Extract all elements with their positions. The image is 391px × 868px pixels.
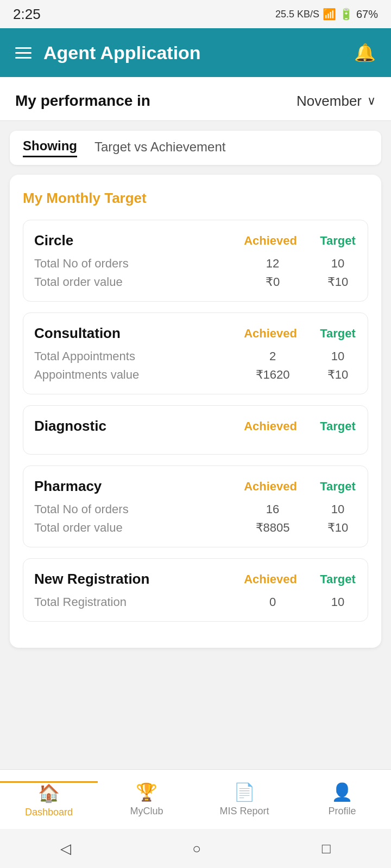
signal-icons: 📶 — [323, 8, 336, 21]
app-title: Agent Application — [43, 42, 201, 63]
consultation-achieved-label: Achieved — [244, 327, 297, 341]
tab-showing[interactable]: Showing — [23, 138, 77, 157]
pharmacy-labels: Achieved Target — [244, 480, 357, 494]
consultation-value-achieved: ₹1620 — [248, 368, 297, 382]
new-registration-section: New Registration Achieved Target Total R… — [23, 558, 368, 622]
pharmacy-row-orders: Total No of orders 16 10 — [34, 502, 357, 516]
tab-row: Showing Target vs Achievement — [10, 131, 381, 165]
performance-label: My performance in — [15, 92, 150, 110]
bottom-nav: 🏠 Dashboard 🏆 MyClub 📄 MIS Report 👤 Prof… — [0, 769, 391, 829]
monthly-target-card: My Monthly Target Circle Achieved Target… — [10, 175, 381, 648]
pharmacy-orders-label: Total No of orders — [34, 502, 248, 516]
nav-item-dashboard[interactable]: 🏠 Dashboard — [0, 781, 98, 818]
pharmacy-row-value: Total order value ₹8805 ₹10 — [34, 521, 357, 535]
new-registration-target-val: 10 — [319, 595, 357, 609]
nav-item-myclub[interactable]: 🏆 MyClub — [98, 782, 195, 817]
circle-value-label: Total order value — [34, 275, 248, 289]
consultation-labels: Achieved Target — [244, 327, 357, 341]
pharmacy-value-label: Total order value — [34, 521, 248, 535]
nav-item-profile[interactable]: 👤 Profile — [293, 782, 391, 817]
consultation-appts-label: Total Appointments — [34, 349, 248, 363]
circle-row-orders: Total No of orders 12 10 — [34, 257, 357, 271]
pharmacy-value-target: ₹10 — [319, 521, 357, 535]
tab-target-vs-achievement[interactable]: Target vs Achievement — [94, 139, 225, 157]
circle-achieved-label: Achieved — [244, 234, 297, 248]
consultation-header: Consultation Achieved Target — [34, 325, 357, 342]
consultation-value-label: Appointments value — [34, 368, 248, 382]
nav-myclub-label: MyClub — [130, 806, 163, 817]
circle-labels: Achieved Target — [244, 234, 357, 248]
mis-report-icon: 📄 — [234, 782, 255, 802]
status-icons: 25.5 KB/S 📶 🔋 67% — [275, 8, 378, 21]
dashboard-icon: 🏠 — [38, 783, 60, 803]
month-label: November — [297, 93, 362, 110]
circle-value-target: ₹10 — [319, 275, 357, 289]
diagnostic-title: Diagnostic — [34, 418, 106, 435]
battery-percent: 67% — [356, 8, 378, 21]
home-button[interactable]: ○ — [192, 840, 201, 857]
circle-title: Circle — [34, 232, 73, 249]
pharmacy-orders-target: 10 — [319, 502, 357, 516]
new-registration-target-label: Target — [319, 572, 357, 586]
diagnostic-header: Diagnostic Achieved Target — [34, 418, 357, 435]
pharmacy-achieved-label: Achieved — [244, 480, 297, 494]
consultation-row-value: Appointments value ₹1620 ₹10 — [34, 368, 357, 382]
circle-orders-target: 10 — [319, 257, 357, 271]
consultation-title: Consultation — [34, 325, 121, 342]
nav-dashboard-label: Dashboard — [25, 807, 73, 818]
profile-icon: 👤 — [331, 782, 353, 802]
header-left: Agent Application — [15, 42, 201, 63]
circle-value-achieved: ₹0 — [248, 275, 297, 289]
nav-item-mis-report[interactable]: 📄 MIS Report — [195, 782, 293, 817]
consultation-target-label: Target — [319, 327, 357, 341]
hamburger-menu-icon[interactable] — [15, 47, 31, 59]
status-bar: 2:25 25.5 KB/S 📶 🔋 67% — [0, 0, 391, 28]
app-header: Agent Application 🔔 — [0, 28, 391, 77]
network-speed: 25.5 KB/S — [275, 9, 319, 20]
pharmacy-target-label: Target — [319, 480, 357, 494]
myclub-icon: 🏆 — [136, 782, 157, 802]
new-registration-title: New Registration — [34, 571, 149, 588]
back-button[interactable]: ◁ — [60, 840, 71, 857]
monthly-target-title: My Monthly Target — [23, 190, 368, 207]
notification-bell-icon[interactable]: 🔔 — [354, 42, 376, 63]
performance-header: My performance in November ∨ — [0, 77, 391, 121]
new-registration-row: Total Registration 0 10 — [34, 595, 357, 609]
pharmacy-orders-achieved: 16 — [248, 502, 297, 516]
circle-row-value: Total order value ₹0 ₹10 — [34, 275, 357, 289]
diagnostic-target-label: Target — [319, 419, 357, 433]
consultation-appts-target: 10 — [319, 349, 357, 363]
diagnostic-achieved-label: Achieved — [244, 419, 297, 433]
battery-icon: 🔋 — [339, 8, 353, 21]
pharmacy-header: Pharmacy Achieved Target — [34, 478, 357, 495]
system-nav: ◁ ○ □ — [0, 829, 391, 868]
new-registration-header: New Registration Achieved Target — [34, 571, 357, 588]
circle-orders-achieved: 12 — [248, 257, 297, 271]
new-registration-achieved-val: 0 — [248, 595, 297, 609]
consultation-appts-achieved: 2 — [248, 349, 297, 363]
consultation-section: Consultation Achieved Target Total Appoi… — [23, 312, 368, 394]
circle-target-label: Target — [319, 234, 357, 248]
consultation-value-target: ₹10 — [319, 368, 357, 382]
status-time: 2:25 — [13, 6, 41, 23]
consultation-row-appointments: Total Appointments 2 10 — [34, 349, 357, 363]
diagnostic-labels: Achieved Target — [244, 419, 357, 433]
nav-profile-label: Profile — [328, 806, 356, 817]
circle-header: Circle Achieved Target — [34, 232, 357, 249]
new-registration-row-label: Total Registration — [34, 595, 248, 609]
nav-mis-report-label: MIS Report — [219, 806, 269, 817]
circle-section: Circle Achieved Target Total No of order… — [23, 220, 368, 302]
pharmacy-value-achieved: ₹8805 — [248, 521, 297, 535]
diagnostic-section: Diagnostic Achieved Target — [23, 405, 368, 455]
new-registration-labels: Achieved Target — [244, 572, 357, 586]
circle-orders-label: Total No of orders — [34, 257, 248, 271]
pharmacy-title: Pharmacy — [34, 478, 102, 495]
pharmacy-section: Pharmacy Achieved Target Total No of ord… — [23, 465, 368, 547]
chevron-down-icon: ∨ — [367, 94, 376, 108]
recents-button[interactable]: □ — [322, 840, 331, 857]
new-registration-achieved-label: Achieved — [244, 572, 297, 586]
month-selector[interactable]: November ∨ — [297, 93, 376, 110]
